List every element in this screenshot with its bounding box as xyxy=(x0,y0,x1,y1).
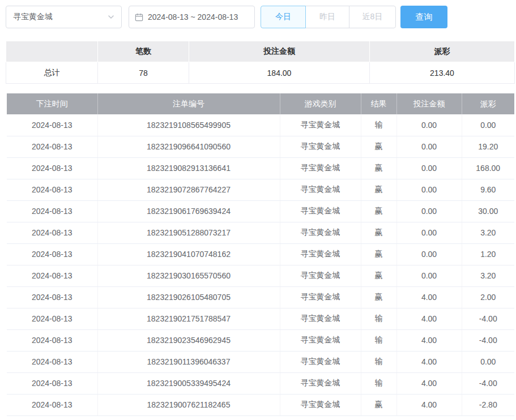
bet-amount-cell: 4.00 xyxy=(396,372,462,394)
order-id-cell: 1823219007621182465 xyxy=(97,394,280,415)
bet-amount-cell: 0.00 xyxy=(396,222,462,243)
payout-cell: -4.00 xyxy=(462,372,514,394)
result-cell: 赢 xyxy=(361,265,396,286)
order-id-cell: 1823219011396046337 xyxy=(97,351,280,372)
order-id-cell: 1823219023546962945 xyxy=(97,329,280,351)
table-header-row: 下注时间 注单编号 游戏类别 结果 投注金额 派彩 xyxy=(7,93,514,114)
order-id-cell: 1823219026105480705 xyxy=(97,286,280,308)
game-type-cell: 寻宝黄金城 xyxy=(280,372,361,394)
calendar-icon xyxy=(135,13,143,22)
bet-amount-cell: 4.00 xyxy=(396,308,462,329)
bet-time-cell: 2024-08-13 xyxy=(7,394,97,415)
payout-cell: 3.20 xyxy=(462,222,514,243)
summary-header-count: 笔数 xyxy=(98,41,189,62)
game-type-cell: 寻宝黄金城 xyxy=(280,351,361,372)
game-type-cell: 寻宝黄金城 xyxy=(280,286,361,308)
payout-cell: 168.00 xyxy=(462,157,514,179)
order-id-cell: 1823219041070748162 xyxy=(97,243,280,265)
bet-amount-cell: 0.00 xyxy=(396,265,462,286)
game-type-cell: 寻宝黄金城 xyxy=(280,200,361,222)
result-cell: 赢 xyxy=(361,286,396,308)
header-result: 结果 xyxy=(361,93,396,114)
table-row: 2024-08-131823219030165570560寻宝黄金城赢0.003… xyxy=(7,265,514,286)
result-cell: 输 xyxy=(361,114,396,136)
table-row: 2024-08-131823219072867764227寻宝黄金城赢0.009… xyxy=(7,179,514,200)
order-id-cell: 1823219108565499905 xyxy=(97,114,280,136)
result-cell: 输 xyxy=(361,351,396,372)
game-type-cell: 寻宝黄金城 xyxy=(280,243,361,265)
header-order-id: 注单编号 xyxy=(97,93,280,114)
table-row: 2024-08-131823219096641090560寻宝黄金城赢0.001… xyxy=(7,136,514,157)
header-bet-time: 下注时间 xyxy=(7,93,97,114)
table-row: 2024-08-131823219005339495424寻宝黄金城输4.00-… xyxy=(7,372,514,394)
bet-time-cell: 2024-08-13 xyxy=(7,372,97,394)
game-select[interactable]: 寻宝黄金城 xyxy=(6,6,122,28)
bet-time-cell: 2024-08-13 xyxy=(7,308,97,329)
header-game-type: 游戏类别 xyxy=(280,93,361,114)
table-row: 2024-08-131823219061769639424寻宝黄金城赢0.003… xyxy=(7,200,514,222)
bet-time-cell: 2024-08-13 xyxy=(7,286,97,308)
result-cell: 赢 xyxy=(361,222,396,243)
yesterday-button[interactable]: 昨日 xyxy=(305,6,349,28)
bet-time-cell: 2024-08-13 xyxy=(7,136,97,157)
chevron-down-icon xyxy=(108,14,114,20)
order-id-cell: 1823219021751788547 xyxy=(97,308,280,329)
game-type-cell: 寻宝黄金城 xyxy=(280,222,361,243)
bet-time-cell: 2024-08-13 xyxy=(7,265,97,286)
payout-cell: 0.00 xyxy=(462,114,514,136)
bet-amount-cell: 4.00 xyxy=(396,286,462,308)
table-row: 2024-08-131823219011396046337寻宝黄金城输4.000… xyxy=(7,351,514,372)
game-type-cell: 寻宝黄金城 xyxy=(280,114,361,136)
payout-cell: 0.00 xyxy=(462,351,514,372)
summary-header-blank xyxy=(6,41,98,62)
payout-cell: 9.60 xyxy=(462,179,514,200)
bet-amount-cell: 0.00 xyxy=(396,179,462,200)
toolbar: 寻宝黄金城 2024-08-13 ~ 2024-08-13 今日 昨日 近8日 … xyxy=(0,0,516,28)
result-cell: 赢 xyxy=(361,157,396,179)
today-button[interactable]: 今日 xyxy=(261,6,306,28)
game-type-cell: 寻宝黄金城 xyxy=(280,308,361,329)
bet-amount-cell: 4.00 xyxy=(396,394,462,415)
payout-cell: -2.80 xyxy=(462,394,514,415)
table-row: 2024-08-131823219026105480705寻宝黄金城赢4.002… xyxy=(7,286,514,308)
summary-header-bet-amount: 投注金额 xyxy=(189,41,370,62)
bet-time-cell: 2024-08-13 xyxy=(7,243,97,265)
result-cell: 赢 xyxy=(361,394,396,415)
bet-amount-cell: 0.00 xyxy=(396,157,462,179)
bet-time-cell: 2024-08-13 xyxy=(7,222,97,243)
date-range-picker[interactable]: 2024-08-13 ~ 2024-08-13 xyxy=(129,6,255,28)
table-row: 2024-08-131823219051288073217寻宝黄金城赢0.003… xyxy=(7,222,514,243)
result-cell: 输 xyxy=(361,329,396,351)
bet-time-cell: 2024-08-13 xyxy=(7,351,97,372)
summary-total-row: 总计 78 184.00 213.40 xyxy=(6,62,515,84)
search-button[interactable]: 查询 xyxy=(400,6,447,28)
payout-cell: -4.00 xyxy=(462,329,514,351)
table-row: 2024-08-131823219021751788547寻宝黄金城输4.00-… xyxy=(7,308,514,329)
header-bet-amount: 投注金额 xyxy=(396,93,462,114)
bet-amount-cell: 0.00 xyxy=(396,200,462,222)
payout-cell: 2.00 xyxy=(462,286,514,308)
order-id-cell: 1823219030165570560 xyxy=(97,265,280,286)
bet-time-cell: 2024-08-13 xyxy=(7,200,97,222)
payout-cell: 30.00 xyxy=(462,200,514,222)
last-8-days-button[interactable]: 近8日 xyxy=(349,6,396,28)
bet-time-cell: 2024-08-13 xyxy=(7,114,97,136)
result-cell: 输 xyxy=(361,308,396,329)
result-cell: 赢 xyxy=(361,179,396,200)
summary-total-bet-amount: 184.00 xyxy=(189,62,370,84)
bet-amount-cell: 4.00 xyxy=(396,329,462,351)
order-id-cell: 1823219061769639424 xyxy=(97,200,280,222)
order-id-cell: 1823219072867764227 xyxy=(97,179,280,200)
bet-records-section: 下注时间 注单编号 游戏类别 结果 投注金额 派彩 2024-08-131823… xyxy=(7,93,510,416)
bet-time-cell: 2024-08-13 xyxy=(7,329,97,351)
bet-time-cell: 2024-08-13 xyxy=(7,179,97,200)
game-type-cell: 寻宝黄金城 xyxy=(280,179,361,200)
summary-section: 笔数 投注金额 派彩 总计 78 184.00 213.40 xyxy=(6,41,510,84)
payout-cell: -4.00 xyxy=(462,308,514,329)
game-select-value: 寻宝黄金城 xyxy=(13,12,53,22)
order-id-cell: 1823219082913136641 xyxy=(97,157,280,179)
summary-header-row: 笔数 投注金额 派彩 xyxy=(6,41,515,62)
game-type-cell: 寻宝黄金城 xyxy=(280,136,361,157)
bet-time-cell: 2024-08-13 xyxy=(7,157,97,179)
summary-total-payout: 213.40 xyxy=(370,62,515,84)
